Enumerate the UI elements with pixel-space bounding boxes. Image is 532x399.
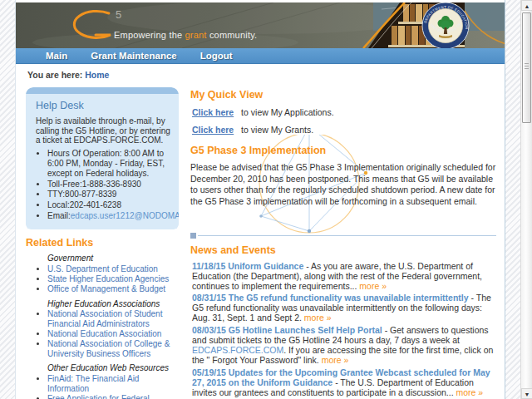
tagline-pre: Empowering the	[114, 30, 185, 40]
related-link[interactable]: Free Application for Federal Student Aid	[47, 394, 150, 399]
nav-item-grant-maintenance[interactable]: Grant Maintenance	[79, 51, 189, 61]
list-item: FinAid: The Financial Aid Information	[47, 374, 179, 394]
news-item-title-link[interactable]: 08/31/15 The G5 refund functionality was…	[192, 293, 469, 303]
list-item: National Association of Student Financia…	[47, 309, 179, 329]
svg-text:5: 5	[116, 8, 121, 21]
help-desk-title: Help Desk	[36, 100, 170, 112]
list-item: Hours Of Operation: 8:00 AM to 6:00 PM, …	[47, 149, 170, 178]
related-link[interactable]: U.S. Department of Education	[47, 264, 158, 273]
vertical-scrollbar[interactable]: ▲ ▼	[520, 0, 532, 399]
quick-view-row: Click here to view My Applications.	[192, 107, 496, 117]
help-desk-intro: Help is available through e-mail, by cal…	[36, 116, 170, 145]
scroll-up-button[interactable]: ▲	[521, 0, 532, 11]
main-nav: Main Grant Maintenance Logout	[16, 48, 505, 64]
divider-square	[190, 233, 196, 239]
list-item: State Higher Education Agencies	[47, 274, 179, 284]
news-more-link[interactable]: more »	[322, 355, 349, 365]
section-divider	[190, 233, 496, 239]
news-inline-link[interactable]: EDCAPS.FORCE.COM	[192, 345, 283, 355]
list-item: National Education Association	[47, 329, 179, 339]
quick-view-text: to view My Grants.	[239, 125, 313, 135]
tagline: Empowering the grant community.	[114, 30, 257, 40]
group-heading: Higher Education Associations	[47, 299, 179, 309]
list-item: TTY:800-877-8339	[47, 190, 170, 200]
news-more-link[interactable]: more »	[359, 281, 387, 291]
list-item: Office of Management & Budget	[47, 284, 179, 294]
tagline-post: community.	[207, 30, 258, 40]
quick-view-row: Click here to view My Grants.	[192, 125, 496, 135]
divider-line	[198, 235, 496, 236]
related-link[interactable]: Office of Management & Budget	[47, 284, 165, 293]
news-item: 08/31/15 The G5 refund functionality was…	[192, 293, 496, 323]
view-grants-link[interactable]: Click here	[192, 125, 234, 135]
content-column: 5 Empowering the grant community. DEPART…	[15, 0, 505, 399]
news-item-title-link[interactable]: 11/18/15 Uniform Guidance	[192, 261, 303, 271]
scroll-down-button[interactable]: ▼	[521, 388, 532, 399]
breadcrumb-prefix: You are here:	[27, 70, 82, 80]
department-of-education-seal: DEPARTMENT OF EDUCATION UNITED STATES OF…	[421, 2, 470, 48]
news-more-link[interactable]: more »	[456, 387, 484, 397]
help-desk-list: Hours Of Operation: 8:00 AM to 6:00 PM, …	[47, 149, 170, 221]
related-links-group-government: Government U.S. Department of Education …	[37, 254, 179, 293]
related-link[interactable]: FinAid: The Financial Aid Information	[47, 374, 139, 393]
help-desk-email-link[interactable]: edcaps.user1212@NODOMAIN	[71, 211, 179, 220]
related-links-group-associations: Higher Education Associations National A…	[37, 299, 179, 359]
related-links-group-other-resources: Other Education Web Resources FinAid: Th…	[37, 363, 179, 399]
group-heading: Other Education Web Resources	[47, 363, 179, 373]
list-item: Email:edcaps.user1212@NODOMAIN	[47, 211, 170, 221]
related-link[interactable]: National Education Association	[47, 329, 161, 338]
list-item: U.S. Department of Education	[47, 264, 179, 274]
group-heading: Government	[47, 254, 179, 264]
right-content: My Quick View Click here to view My Appl…	[190, 87, 496, 399]
scrollbar-thumb[interactable]	[522, 12, 531, 123]
nav-item-logout[interactable]: Logout	[189, 51, 244, 61]
breadcrumb: You are here: Home	[27, 70, 496, 80]
related-link[interactable]: National Association of College & Univer…	[47, 339, 170, 358]
list-item: Free Application for Federal Student Aid	[47, 394, 179, 399]
news-events-title: News and Events	[190, 244, 496, 256]
quick-view-title: My Quick View	[190, 89, 496, 101]
news-item: 05/19/15 Updates for the Upcoming Grante…	[192, 368, 496, 398]
related-links-title: Related Links	[26, 237, 179, 249]
help-desk-panel-band	[26, 87, 179, 94]
help-desk-panel: Help Desk Help is available through e-ma…	[26, 87, 179, 229]
phase3-section: G5 Phase 3 Implementation Please be advi…	[190, 145, 496, 208]
related-link[interactable]: National Association of Student Financia…	[47, 309, 162, 328]
list-item: National Association of College & Univer…	[47, 339, 179, 359]
view-applications-link[interactable]: Click here	[192, 107, 234, 117]
header-banner: 5 Empowering the grant community. DEPART…	[16, 2, 505, 48]
main-content: You are here: Home Help Desk Help is ava…	[16, 64, 505, 399]
quick-view-text: to view My Applications.	[239, 107, 333, 117]
phase3-title: G5 Phase 3 Implementation	[190, 145, 496, 156]
list-item: Toll-Free:1-888-336-8930	[47, 180, 170, 190]
list-item: Local:202-401-6238	[47, 200, 170, 210]
news-item: 08/03/15 G5 Hotline Launches Self Help P…	[192, 326, 496, 366]
tagline-accent: grant	[185, 30, 207, 40]
breadcrumb-home-link[interactable]: Home	[85, 70, 109, 80]
news-more-link[interactable]: more »	[304, 313, 332, 323]
phase3-body: Please be advised that the G5 Phase 3 Im…	[190, 162, 496, 208]
news-item: 11/18/15 Uniform Guidance - As you are a…	[192, 262, 496, 292]
related-link[interactable]: State Higher Education Agencies	[47, 274, 169, 283]
nav-item-main[interactable]: Main	[34, 51, 79, 61]
left-sidebar: Help Desk Help is available through e-ma…	[26, 87, 179, 399]
g5-home-page: 5 Empowering the grant community. DEPART…	[0, 0, 532, 399]
news-item-title-link[interactable]: 08/03/15 G5 Hotline Launches Self Help P…	[192, 325, 382, 335]
